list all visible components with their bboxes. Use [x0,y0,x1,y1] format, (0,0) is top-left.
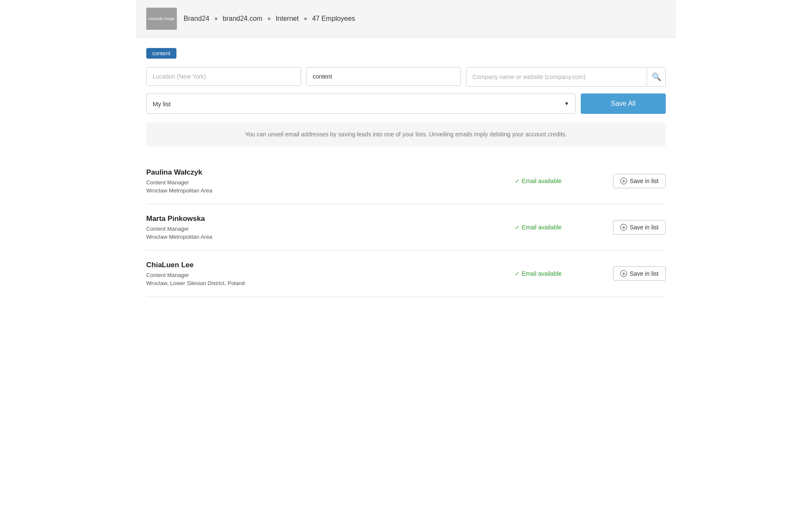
info-banner-text: You can unveil email addresses by saving… [245,131,567,138]
location-input[interactable] [146,67,301,86]
email-available-badge: ✓Email available [515,224,562,231]
lead-item: Marta Pinkowska Content Manager Wroclaw … [146,204,666,251]
company-header: example image Brand24 ■ brand24.com ■ In… [136,0,676,38]
list-selector[interactable]: My list ▼ [146,93,576,114]
save-in-list-label: Save in list [630,224,659,231]
company-employees: 47 Employees [312,15,355,23]
plus-icon: + [620,270,627,277]
email-available-badge: ✓Email available [515,270,562,277]
save-all-button[interactable]: Save All [581,93,666,114]
chevron-down-icon: ▼ [564,101,569,107]
lead-name: Marta Pinkowska [146,215,487,223]
separator-2: ■ [267,16,270,22]
lead-item: Paulina Wałczyk Content Manager Wroclaw … [146,158,666,204]
lead-name: ChiaLuen Lee [146,261,487,269]
lead-email-status: ✓Email available [487,178,589,184]
plus-icon: + [620,224,627,231]
check-icon: ✓ [515,224,520,231]
lead-action: + Save in list [589,220,666,235]
filter-tag[interactable]: content [146,48,176,59]
plus-icon: + [620,178,627,184]
lead-email-status: ✓Email available [487,224,589,231]
info-banner: You can unveil email addresses by saving… [146,122,666,146]
separator-3: ■ [304,16,307,22]
save-in-list-label: Save in list [630,270,659,277]
search-row: 🔍 [146,67,666,87]
company-industry: Internet [275,15,298,23]
save-in-list-button[interactable]: + Save in list [613,220,666,235]
company-info: Brand24 ■ brand24.com ■ Internet ■ 47 Em… [184,15,355,23]
lead-action: + Save in list [589,174,666,188]
company-name: Brand24 [184,15,210,23]
lead-info: Marta Pinkowska Content Manager Wroclaw … [146,215,487,240]
company-input[interactable] [466,68,647,86]
lead-item: ChiaLuen Lee Content Manager Wroclaw, Lo… [146,251,666,297]
save-in-list-label: Save in list [630,178,659,184]
save-in-list-button[interactable]: + Save in list [613,174,666,188]
lead-location: Wroclaw Metropolitan Area [146,187,487,194]
list-selector-label: My list [153,100,564,107]
company-search-wrapper: 🔍 [466,67,666,87]
separator-1: ■ [215,16,218,22]
content-area: content 🔍 My list ▼ Save All You can unv… [136,38,676,146]
lead-name: Paulina Wałczyk [146,168,487,177]
leads-list: Paulina Wałczyk Content Manager Wroclaw … [136,158,676,297]
search-icon: 🔍 [652,72,661,82]
lead-title: Content Manager [146,179,487,186]
lead-info: ChiaLuen Lee Content Manager Wroclaw, Lo… [146,261,487,286]
check-icon: ✓ [515,178,520,184]
lead-info: Paulina Wałczyk Content Manager Wroclaw … [146,168,487,194]
lead-action: + Save in list [589,266,666,281]
search-button[interactable]: 🔍 [647,68,665,86]
lead-title: Content Manager [146,226,487,232]
lead-location: Wroclaw Metropolitan Area [146,234,487,240]
email-available-badge: ✓Email available [515,178,562,184]
lead-email-status: ✓Email available [487,270,589,277]
check-icon: ✓ [515,270,520,277]
keyword-input[interactable] [306,67,461,86]
company-website: brand24.com [223,15,262,23]
save-in-list-button[interactable]: + Save in list [613,266,666,281]
lead-title: Content Manager [146,272,487,278]
lead-location: Wroclaw, Lower Silesian District, Poland [146,280,487,286]
save-row: My list ▼ Save All [146,93,666,114]
company-logo: example image [146,8,177,30]
